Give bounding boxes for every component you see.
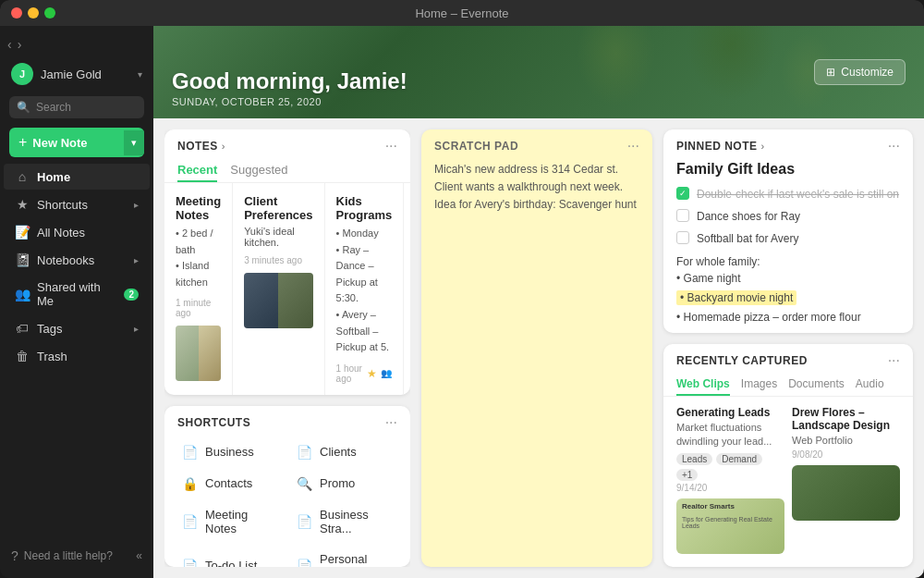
rc-menu-icon[interactable]: ··· — [888, 353, 900, 368]
shortcuts-card: SHORTCUTS ··· 📄 Business 📄 Clients — [164, 406, 410, 567]
note-time: 1 minute ago — [176, 298, 221, 318]
note-meta: 1 hour ago ★ 👥 — [336, 363, 393, 384]
doc-icon: 📄 — [296, 559, 312, 567]
doc-icon: 📄 — [296, 445, 312, 460]
notes-arrow-icon: › — [222, 141, 225, 152]
new-note-dropdown-icon[interactable]: ▾ — [124, 130, 144, 155]
doc-icon: 📄 — [181, 514, 198, 529]
sidebar-item-shared[interactable]: 👥 Shared with Me 2 — [4, 275, 150, 314]
maximize-button[interactable] — [44, 7, 55, 18]
shortcut-label: Business Stra... — [320, 508, 394, 535]
note-meta: 3 minutes ago — [244, 255, 312, 265]
sidebar-item-label: All Notes — [37, 226, 139, 240]
note-title: Meeting Notes — [176, 194, 221, 222]
checkbox-unchecked[interactable] — [676, 231, 689, 244]
shortcuts-menu-icon[interactable]: ··· — [385, 415, 397, 430]
rc-item[interactable]: Generating Leads Market fluctuations dwi… — [676, 406, 784, 558]
tab-documents[interactable]: Documents — [788, 374, 845, 396]
shortcut-label: Meeting Notes — [205, 508, 279, 535]
pinned-bullet-highlight-wrapper: • Backyard movie night — [663, 287, 913, 307]
customize-button[interactable]: ⊞ Customize — [814, 59, 906, 85]
rc-item-desc: Market fluctuations dwindling your lead.… — [676, 421, 784, 449]
rc-item-title: Drew Flores – Landscape Design — [792, 406, 900, 432]
note-item[interactable]: Kids Programs Monday Ray – Dance – Picku… — [325, 183, 405, 395]
search-icon: 🔍 — [296, 476, 312, 491]
note-title: Client Preferences — [244, 194, 312, 222]
new-note-main[interactable]: + New Note — [9, 128, 124, 157]
sidebar-item-all-notes[interactable]: 📝 All Notes — [4, 219, 150, 245]
shortcut-item[interactable]: 📄 Business — [174, 437, 286, 467]
shortcut-label: Business — [205, 445, 254, 459]
pinned-menu-icon[interactable]: ··· — [888, 139, 900, 154]
pinned-note-card: PINNED NOTE › ··· Family Gift Ideas Doub… — [663, 129, 913, 333]
tags-arrow-icon: ▸ — [134, 324, 139, 334]
sidebar-item-shortcuts[interactable]: ★ Shortcuts ▸ — [4, 191, 150, 217]
note-item[interactable]: Walkthrough Procedure Before each walkth… — [404, 183, 410, 395]
content-grid: NOTES › ··· Recent Suggested Meeting Not… — [153, 118, 924, 578]
scratch-pad-content[interactable]: Micah's new address is 314 Cedar st. Cli… — [421, 159, 652, 567]
minimize-button[interactable] — [28, 7, 39, 18]
note-time: 3 minutes ago — [244, 255, 302, 265]
shortcut-item[interactable]: 📄 To-do List — [174, 545, 286, 567]
checkbox-checked[interactable] — [676, 187, 689, 200]
nav-back-icon[interactable]: ‹ — [7, 37, 12, 52]
rc-tag: +1 — [676, 469, 698, 481]
help-button[interactable]: ? Need a little help? « — [0, 541, 153, 571]
pinned-item-text: Dance shoes for Ray — [697, 208, 800, 225]
middle-column: SCRATCH PAD ··· Micah's new address is 3… — [421, 129, 652, 567]
avatar: J — [11, 63, 33, 85]
new-note-button[interactable]: + New Note ▾ — [9, 128, 144, 157]
shortcut-item[interactable]: 🔒 Contacts — [174, 469, 286, 498]
sidebar-item-home[interactable]: ⌂ Home — [4, 164, 150, 190]
lock-icon: 🔒 — [181, 476, 198, 491]
tab-recent[interactable]: Recent — [177, 159, 217, 182]
shortcut-item[interactable]: 📄 Meeting Notes — [174, 500, 286, 543]
notes-title-row: NOTES › — [177, 140, 225, 153]
checkbox-unchecked[interactable] — [676, 209, 689, 222]
hero-text: Good morning, Jamie! SUNDAY, OCTOBER 25,… — [172, 68, 407, 107]
shortcuts-icon: ★ — [15, 197, 30, 212]
sidebar-item-label: Trash — [37, 350, 139, 363]
rc-tag: Leads — [676, 453, 712, 465]
note-title: Kids Programs — [336, 194, 393, 222]
note-text: Yuki's ideal kitchen. — [244, 226, 312, 248]
rc-item[interactable]: Drew Flores – Landscape Design Web Portf… — [792, 406, 900, 558]
nav-forward-icon[interactable]: › — [18, 37, 22, 52]
right-column: PINNED NOTE › ··· Family Gift Ideas Doub… — [663, 129, 913, 567]
sidebar-item-trash[interactable]: 🗑 Trash — [4, 343, 150, 369]
sidebar-item-label: Shortcuts — [37, 198, 127, 212]
notes-menu-icon[interactable]: ··· — [385, 139, 397, 154]
sidebar-collapse-icon[interactable]: « — [136, 549, 142, 562]
pinned-item-text: Double-check if last week's sale is stil… — [697, 186, 899, 203]
shortcuts-header: SHORTCUTS ··· — [164, 406, 410, 430]
shortcut-item[interactable]: 📄 Clients — [288, 437, 401, 467]
search-button[interactable]: 🔍 Search — [9, 96, 144, 118]
tab-web-clips[interactable]: Web Clips — [676, 374, 730, 396]
close-button[interactable] — [11, 7, 22, 18]
rc-thumbnail: Realtor Smarts Tips for Generating Real … — [676, 498, 784, 554]
rc-date: 9/14/20 — [676, 483, 784, 493]
shortcut-item[interactable]: 🔍 Promo — [288, 469, 401, 498]
shortcuts-title: SHORTCUTS — [177, 416, 250, 429]
note-bullet: Ray – Dance – Pickup at 5:30. — [336, 242, 393, 307]
shortcut-item[interactable]: 📄 Personal Proj... — [288, 545, 401, 567]
tab-suggested[interactable]: Suggested — [230, 159, 287, 182]
tab-audio[interactable]: Audio — [856, 374, 884, 396]
note-item[interactable]: Meeting Notes 2 bed / bath Island kitche… — [164, 183, 233, 395]
shortcut-item[interactable]: 📄 Business Stra... — [288, 500, 401, 543]
pinned-item-text: Softball bat for Avery — [697, 230, 799, 247]
rc-tag: Demand — [716, 453, 762, 465]
note-item[interactable]: Client Preferences Yuki's ideal kitchen.… — [233, 183, 324, 395]
pinned-checklist-item: Double-check if last week's sale is stil… — [663, 183, 913, 205]
shortcut-label: Promo — [320, 476, 355, 490]
help-icon: ? — [11, 548, 18, 563]
user-profile[interactable]: J Jamie Gold ▾ — [0, 55, 153, 92]
rc-item-desc: Web Portfolio — [792, 434, 900, 448]
shared-badge: 2 — [124, 289, 139, 301]
sidebar-item-tags[interactable]: 🏷 Tags ▸ — [4, 315, 150, 341]
tab-images[interactable]: Images — [741, 374, 777, 396]
scratch-menu-icon[interactable]: ··· — [627, 139, 639, 154]
sidebar-item-notebooks[interactable]: 📓 Notebooks ▸ — [4, 247, 150, 273]
rc-date: 9/08/20 — [792, 449, 900, 460]
notes-tabs: Recent Suggested — [164, 154, 410, 183]
